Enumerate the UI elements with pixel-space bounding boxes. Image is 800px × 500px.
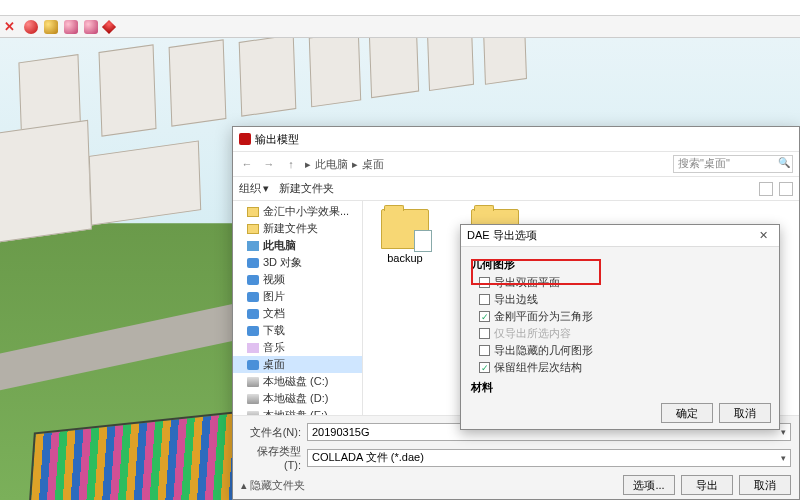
- dialog-app-icon: [239, 133, 251, 145]
- tree-label: 本地磁盘 (C:): [263, 374, 328, 389]
- checkbox[interactable]: ✓: [479, 311, 490, 322]
- option-row: 仅导出所选内容: [471, 325, 769, 342]
- options-button[interactable]: 选项...: [623, 475, 675, 495]
- checkbox[interactable]: [479, 345, 490, 356]
- tree-icon: [247, 275, 259, 285]
- crumb-sep: ▸: [352, 158, 358, 171]
- tree-item[interactable]: 图片: [233, 288, 362, 305]
- tree-label: 此电脑: [263, 238, 296, 253]
- tree-label: 本地磁盘 (E:): [263, 408, 328, 415]
- tree-label: 文档: [263, 306, 285, 321]
- cancel-button[interactable]: 取消: [739, 475, 791, 495]
- checkbox[interactable]: [479, 294, 490, 305]
- nav-fwd-icon[interactable]: →: [261, 158, 277, 170]
- tree-item[interactable]: 视频: [233, 271, 362, 288]
- options-titlebar[interactable]: DAE 导出选项 ✕: [461, 225, 779, 247]
- tree-item[interactable]: 本地磁盘 (D:): [233, 390, 362, 407]
- checkbox[interactable]: [479, 277, 490, 288]
- tool-pink2-icon[interactable]: [84, 20, 98, 34]
- close-icon[interactable]: ✕: [753, 229, 773, 242]
- crumb-desktop[interactable]: 桌面: [362, 157, 384, 172]
- tool-pink1-icon[interactable]: [64, 20, 78, 34]
- option-row[interactable]: ✓金刚平面分为三角形: [471, 308, 769, 325]
- tree-icon: [247, 241, 259, 251]
- tree-icon: [247, 360, 259, 370]
- app-menubar: [0, 0, 800, 16]
- type-label: 保存类型(T):: [241, 444, 301, 471]
- tree-item[interactable]: 本地磁盘 (E:): [233, 407, 362, 415]
- tree-icon: [247, 292, 259, 302]
- tree-item[interactable]: 新建文件夹: [233, 220, 362, 237]
- option-label: 保留组件层次结构: [494, 360, 582, 375]
- nav-up-icon[interactable]: ↑: [283, 158, 299, 170]
- tree-label: 金汇中小学效果...: [263, 204, 349, 219]
- checkbox: [479, 328, 490, 339]
- organize-menu[interactable]: 组织▾: [239, 181, 269, 196]
- tree-label: 新建文件夹: [263, 221, 318, 236]
- folder-item[interactable]: backup: [375, 209, 435, 264]
- option-row[interactable]: 导出隐藏的几何图形: [471, 342, 769, 359]
- tree-icon: [247, 343, 259, 353]
- crumb-root: ▸: [305, 158, 311, 171]
- tree-label: 音乐: [263, 340, 285, 355]
- dae-options-dialog: DAE 导出选项 ✕ 几何图形 导出双面平面导出边线✓金刚平面分为三角形仅导出所…: [460, 224, 780, 430]
- tree-label: 图片: [263, 289, 285, 304]
- help-icon[interactable]: [779, 182, 793, 196]
- options-cancel-button[interactable]: 取消: [719, 403, 771, 423]
- tree-item[interactable]: 此电脑: [233, 237, 362, 254]
- dialog-title: 输出模型: [255, 132, 299, 147]
- folder-tree[interactable]: 金汇中小学效果...新建文件夹此电脑3D 对象视频图片文档下载音乐桌面本地磁盘 …: [233, 201, 363, 415]
- option-label: 金刚平面分为三角形: [494, 309, 593, 324]
- section-geometry: 几何图形: [471, 257, 769, 272]
- option-row[interactable]: 导出边线: [471, 291, 769, 308]
- dialog-titlebar[interactable]: 输出模型: [233, 127, 799, 151]
- ok-button[interactable]: 确定: [661, 403, 713, 423]
- type-field[interactable]: COLLADA 文件 (*.dae): [307, 449, 791, 467]
- option-label: 导出边线: [494, 292, 538, 307]
- tree-label: 视频: [263, 272, 285, 287]
- export-button[interactable]: 导出: [681, 475, 733, 495]
- newfolder-button[interactable]: 新建文件夹: [279, 181, 334, 196]
- tree-item[interactable]: 桌面: [233, 356, 362, 373]
- view-mode-icon[interactable]: [759, 182, 773, 196]
- checkbox[interactable]: ✓: [479, 362, 490, 373]
- tree-icon: [247, 394, 259, 404]
- tree-item[interactable]: 本地磁盘 (C:): [233, 373, 362, 390]
- tool-red-icon[interactable]: [24, 20, 38, 34]
- folder-label: backup: [387, 252, 422, 264]
- option-label: 导出双面平面: [494, 275, 560, 290]
- section-material: 材料: [471, 380, 769, 395]
- tree-icon: [247, 377, 259, 387]
- tree-icon: [247, 309, 259, 319]
- tree-item[interactable]: 3D 对象: [233, 254, 362, 271]
- options-title: DAE 导出选项: [467, 228, 537, 243]
- tree-icon: [247, 258, 259, 268]
- tool-yellow-icon[interactable]: [44, 20, 58, 34]
- dialog-commandbar: 组织▾ 新建文件夹: [233, 177, 799, 201]
- dialog-navbar: ← → ↑ ▸ 此电脑 ▸ 桌面 搜索"桌面": [233, 151, 799, 177]
- tree-label: 下载: [263, 323, 285, 338]
- nav-back-icon[interactable]: ←: [239, 158, 255, 170]
- tree-icon: [247, 326, 259, 336]
- tree-icon: [247, 224, 259, 234]
- crumb-pc[interactable]: 此电脑: [315, 157, 348, 172]
- tree-label: 桌面: [263, 357, 285, 372]
- tree-icon: [247, 207, 259, 217]
- filename-label: 文件名(N):: [241, 425, 301, 440]
- tree-item[interactable]: 音乐: [233, 339, 362, 356]
- tree-item[interactable]: 金汇中小学效果...: [233, 203, 362, 220]
- option-row[interactable]: 导出双面平面: [471, 274, 769, 291]
- search-input[interactable]: 搜索"桌面": [673, 155, 793, 173]
- breadcrumb[interactable]: ▸ 此电脑 ▸ 桌面: [305, 157, 384, 172]
- tool-x-icon[interactable]: ✕: [4, 20, 18, 34]
- options-body: 几何图形 导出双面平面导出边线✓金刚平面分为三角形仅导出所选内容导出隐藏的几何图…: [461, 247, 779, 399]
- tree-item[interactable]: 文档: [233, 305, 362, 322]
- option-row[interactable]: ✓保留组件层次结构: [471, 359, 769, 376]
- hide-folders-link[interactable]: ▴ 隐藏文件夹: [241, 478, 305, 493]
- option-label: 导出隐藏的几何图形: [494, 343, 593, 358]
- tree-item[interactable]: 下载: [233, 322, 362, 339]
- app-toolbar: ✕: [0, 16, 800, 38]
- tool-ruby-icon[interactable]: [102, 19, 116, 33]
- folder-icon: [381, 209, 429, 249]
- option-label: 仅导出所选内容: [494, 326, 571, 341]
